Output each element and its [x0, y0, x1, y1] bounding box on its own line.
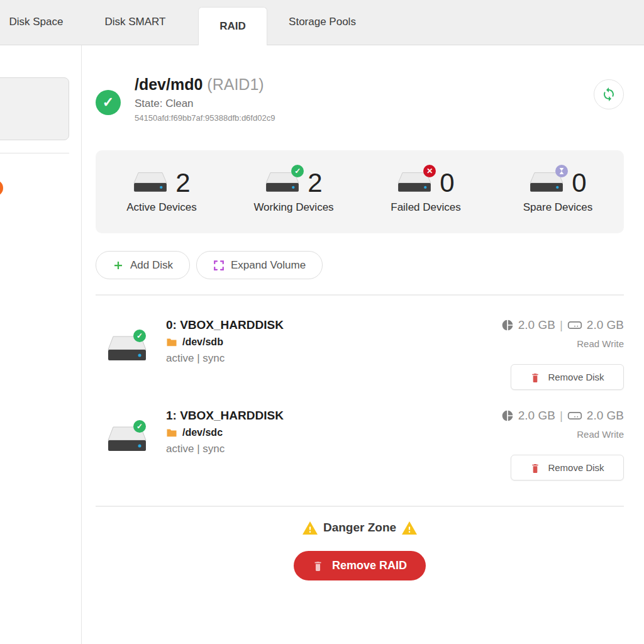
expand-volume-label: Expand Volume [231, 259, 306, 272]
raid-panel: ✓ /dev/md0 (RAID1) State: Clean 54150afd… [82, 45, 644, 644]
pie-chart-icon [501, 409, 514, 422]
size-separator: | [560, 409, 563, 423]
disk-mode: Read Write [501, 338, 624, 349]
device-stats: 2 Active Devices ✓ 2 Workin [96, 150, 624, 233]
disk-row-0: ✓ 0: VBOX_HARDDISK /dev/sdb active | syn… [96, 296, 624, 390]
trash-icon [313, 560, 323, 572]
warning-icon [303, 521, 318, 535]
stat-value: 0 [572, 170, 586, 196]
disk-used: 2.0 GB [518, 318, 555, 332]
disk-row-1: ✓ 1: VBOX_HARDDISK /dev/sdc active | syn… [96, 390, 624, 480]
hdd-icon [133, 171, 168, 195]
disk-total: 2.0 GB [587, 409, 624, 423]
cross-icon: ✕ [423, 165, 436, 177]
hdd-icon: ✓ [265, 171, 300, 195]
check-icon: ✓ [133, 420, 146, 433]
disk-details: 2.0 GB | 2.0 GB Read Write [501, 318, 624, 390]
drive-icon [567, 319, 582, 331]
remove-disk-label: Remove Disk [548, 462, 604, 473]
disk-mode: Read Write [501, 429, 624, 440]
hdd-icon: ✕ [397, 171, 432, 195]
disk-title: 0: VBOX_HARDDISK [166, 318, 284, 332]
disk-path-label: /dev/sdc [182, 427, 223, 438]
trash-icon [530, 372, 540, 383]
remove-disk-button-0[interactable]: Remove Disk [511, 364, 624, 390]
hourglass-icon [555, 165, 568, 177]
remove-disk-button-1[interactable]: Remove Disk [511, 455, 624, 480]
tab-disk-space[interactable]: Disk Space [0, 0, 72, 45]
stat-spare-devices: 0 Spare Devices [492, 170, 624, 214]
disk-path-label: /dev/sdb [182, 336, 223, 348]
sync-icon [601, 87, 616, 102]
check-icon: ✓ [133, 330, 146, 342]
disk-info: 0: VBOX_HARDDISK /dev/sdb active | sync [166, 318, 284, 390]
stat-value: 0 [440, 170, 454, 196]
drive-icon [567, 409, 582, 422]
raid-title: /dev/md0 (RAID1) [135, 75, 275, 94]
disk-details: 2.0 GB | 2.0 GB Read Write [501, 409, 624, 480]
raid-uuid: 54150afd:f69bb7af:95388dfb:d6fd02c9 [135, 113, 275, 123]
raid-level: (RAID1) [207, 75, 264, 93]
hdd-icon [529, 171, 564, 195]
stat-label: Spare Devices [523, 201, 593, 214]
expand-icon [213, 260, 225, 271]
raid-actions: Add Disk Expand Volume [96, 251, 624, 279]
trash-icon [530, 462, 540, 474]
remove-raid-button[interactable]: Remove RAID [294, 551, 426, 580]
size-separator: | [560, 318, 563, 332]
tab-disk-smart[interactable]: Disk SMART [72, 0, 198, 45]
disk-status: active | sync [166, 443, 284, 455]
disk-title: 1: VBOX_HARDDISK [166, 409, 284, 423]
sidebar [0, 45, 82, 644]
stat-value: 2 [175, 170, 190, 196]
check-icon: ✓ [291, 165, 304, 177]
remove-raid-label: Remove RAID [332, 559, 407, 572]
check-icon: ✓ [96, 90, 121, 115]
stat-failed-devices: ✕ 0 Failed Devices [360, 170, 492, 214]
sidebar-divider [0, 153, 69, 153]
refresh-button[interactable] [594, 79, 624, 109]
disk-info: 1: VBOX_HARDDISK /dev/sdc active | sync [166, 409, 284, 480]
folder-icon [166, 428, 177, 438]
disk-total: 2.0 GB [587, 318, 624, 332]
sidebar-orange-icon [0, 180, 3, 196]
tab-raid[interactable]: RAID [198, 7, 267, 45]
disk-status: active | sync [166, 352, 284, 365]
remove-disk-label: Remove Disk [548, 372, 604, 382]
plus-icon [113, 260, 124, 271]
raid-state: State: Clean [135, 97, 275, 110]
stat-label: Working Devices [253, 201, 333, 214]
raid-info: /dev/md0 (RAID1) State: Clean 54150afd:f… [135, 75, 275, 123]
hdd-icon: ✓ [107, 425, 147, 480]
tab-storage-pools[interactable]: Storage Pools [267, 0, 377, 45]
add-disk-label: Add Disk [130, 259, 173, 272]
sidebar-panel[interactable] [0, 77, 69, 140]
disk-used: 2.0 GB [518, 409, 555, 423]
warning-icon [402, 521, 417, 535]
danger-zone-label: Danger Zone [323, 521, 396, 535]
stat-label: Failed Devices [391, 201, 461, 214]
pie-chart-icon [501, 319, 514, 331]
main-area: ✓ /dev/md0 (RAID1) State: Clean 54150afd… [0, 45, 644, 644]
hdd-icon: ✓ [107, 335, 147, 390]
raid-header: ✓ /dev/md0 (RAID1) State: Clean 54150afd… [96, 75, 624, 123]
stat-working-devices: ✓ 2 Working Devices [228, 170, 360, 214]
expand-volume-button[interactable]: Expand Volume [196, 251, 323, 279]
stat-value: 2 [308, 170, 322, 196]
tab-bar: Disk Space Disk SMART RAID Storage Pools [0, 0, 644, 45]
danger-zone: Danger Zone Remove RAID [96, 507, 624, 580]
add-disk-button[interactable]: Add Disk [96, 251, 190, 279]
raid-device-name: /dev/md0 [135, 75, 203, 93]
danger-zone-title: Danger Zone [303, 521, 417, 535]
folder-icon [166, 338, 177, 347]
stat-active-devices: 2 Active Devices [96, 170, 228, 214]
stat-label: Active Devices [126, 201, 196, 214]
